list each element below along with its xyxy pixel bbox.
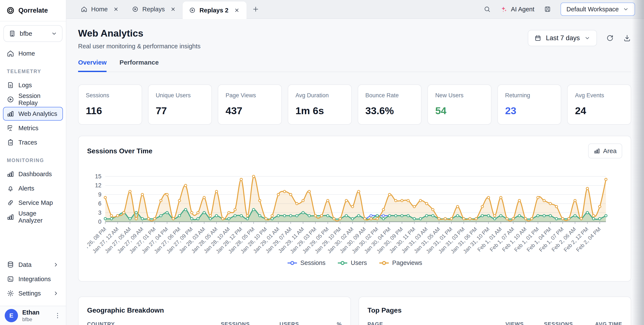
column-views: VIEWS [474, 321, 524, 325]
legend-sessions[interactable]: Sessions [287, 259, 326, 266]
sidebar-item-service-map[interactable]: Service Map [3, 196, 63, 210]
gear-icon [7, 290, 14, 297]
column-country: COUNTRY [87, 321, 201, 325]
stats-row: Sessions116 Unique Users77 Page Views437… [78, 84, 631, 125]
topbar-actions: AI Agent Default Workspace [484, 2, 644, 16]
tab-performance[interactable]: Performance [120, 59, 158, 72]
chevron-down-icon [584, 35, 590, 41]
sidebar-item-alerts[interactable]: Alerts [3, 182, 63, 195]
tab-replays[interactable]: Replays [126, 0, 183, 18]
close-icon[interactable] [170, 6, 176, 12]
close-icon[interactable] [234, 7, 240, 13]
top-pages-card: Top Pages PAGE VIEWS SESSIONS AVG TIME [358, 297, 632, 325]
org-selector[interactable]: bfbe [4, 25, 62, 42]
ai-agent-label: AI Agent [511, 6, 534, 13]
sidebar-item-label: Usage Analyzer [18, 210, 59, 224]
tab-label: Replays [142, 6, 165, 13]
download-icon [623, 34, 631, 42]
sidebar-item-label: Session Replay [18, 92, 59, 106]
sidebar-item-data[interactable]: Data [3, 258, 63, 272]
sidebar-item-usage-analyzer[interactable]: Usage Analyzer [3, 210, 63, 224]
sidebar-item-label: Web Analytics [18, 110, 57, 117]
sidebar-item-traces[interactable]: Traces [3, 136, 63, 149]
legend-users[interactable]: Users [338, 259, 367, 266]
home-icon [81, 6, 87, 12]
sessions-over-time-chart: 03691215Jan 26, 08 PMJan 27, 12 AMJan 27… [87, 161, 623, 256]
sidebar-item-label: Traces [18, 139, 37, 146]
page-subtitle: Real user monitoring & performance insig… [78, 43, 200, 50]
kebab-menu-icon[interactable] [54, 312, 61, 319]
qorrelate-logo-icon [6, 6, 14, 14]
refresh-button[interactable] [606, 34, 614, 42]
sidebar-item-label: Integrations [18, 276, 51, 283]
tab-label: Replays 2 [200, 7, 228, 14]
refresh-icon [606, 34, 614, 42]
stat-label: Page Views [226, 92, 274, 99]
svg-text:3: 3 [98, 210, 102, 216]
stat-label: New Users [435, 92, 484, 99]
workspace-selector-label: Default Workspace [566, 6, 619, 13]
column-percent: % [299, 321, 342, 325]
chart-mode-button[interactable]: Area [588, 143, 622, 158]
chart-header: Sessions Over Time Area [87, 143, 622, 158]
card-title: Geographic Breakdown [87, 307, 342, 314]
stat-label: Bounce Rate [366, 92, 414, 99]
clipboard-icon [7, 139, 14, 146]
database-icon [7, 261, 14, 268]
tab-home[interactable]: Home [74, 0, 126, 18]
tab-replays-2[interactable]: Replays 2 [183, 1, 246, 19]
app-logo: Qorrelate [0, 0, 66, 21]
chart-legend: Sessions Users Pageviews [87, 259, 622, 266]
legend-label: Users [351, 259, 367, 266]
sidebar-item-settings[interactable]: Settings [3, 287, 63, 300]
card-title: Top Pages [368, 307, 622, 314]
sidebar-item-home[interactable]: Home [3, 47, 63, 60]
table-header-row: COUNTRY SESSIONS USERS % [87, 321, 342, 325]
user-org: bfbe [22, 317, 50, 323]
stat-label: Avg Events [575, 92, 624, 99]
legend-label: Pageviews [392, 259, 422, 266]
home-icon [7, 50, 14, 57]
search-icon[interactable] [484, 5, 491, 13]
page-title-block: Web Analytics Real user monitoring & per… [78, 26, 200, 50]
column-sessions: SESSIONS [201, 321, 250, 325]
sidebar-item-logs[interactable]: Logs [3, 78, 63, 92]
sidebar-section-telemetry: TELEMETRY [7, 69, 59, 74]
sidebar-item-metrics[interactable]: Metrics [3, 121, 63, 135]
chevron-down-icon [622, 6, 629, 12]
stat-value: 437 [226, 105, 274, 116]
app-name: Qorrelate [18, 7, 48, 14]
chart-mode-label: Area [603, 147, 616, 155]
sidebar-item-session-replay[interactable]: Session Replay [3, 93, 63, 106]
terminal-icon [7, 275, 14, 283]
legend-swatch-icon [287, 261, 298, 265]
page-title: Web Analytics [78, 28, 200, 39]
date-range-button[interactable]: Last 7 days [528, 30, 597, 46]
stat-label: Unique Users [156, 92, 204, 99]
stat-card-avg-events: Avg Events24 [567, 84, 631, 125]
svg-text:15: 15 [95, 173, 102, 180]
sidebar-item-web-analytics[interactable]: Web Analytics [3, 107, 63, 121]
sidebar-item-label: Data [18, 261, 32, 268]
stat-value: 54 [435, 105, 484, 116]
stat-value: 23 [505, 105, 554, 116]
ai-agent-button[interactable]: AI Agent [500, 5, 534, 13]
sidebar-item-dashboards[interactable]: Dashboards [3, 167, 63, 181]
stat-card-avg-duration: Avg Duration1m 6s [288, 84, 352, 125]
sidebar-item-integrations[interactable]: Integrations [3, 272, 63, 286]
bar-chart-icon [7, 110, 14, 117]
building-icon [8, 30, 16, 37]
sidebar-nav: Home TELEMETRY Logs Session Replay Web A… [0, 43, 66, 306]
chevron-right-icon [53, 290, 59, 297]
close-icon[interactable] [113, 6, 119, 12]
save-icon[interactable] [544, 5, 551, 13]
tab-overview[interactable]: Overview [78, 59, 106, 72]
column-users: USERS [250, 321, 299, 325]
sidebar: Qorrelate bfbe Home TELEMETRY Logs Sessi… [0, 0, 66, 325]
avatar: E [5, 309, 18, 322]
legend-pageviews[interactable]: Pageviews [379, 259, 422, 266]
user-profile[interactable]: E Ethan bfbe [0, 306, 66, 325]
export-button[interactable] [623, 34, 631, 42]
new-tab-button[interactable] [252, 5, 259, 13]
workspace-selector-button[interactable]: Default Workspace [560, 2, 635, 16]
